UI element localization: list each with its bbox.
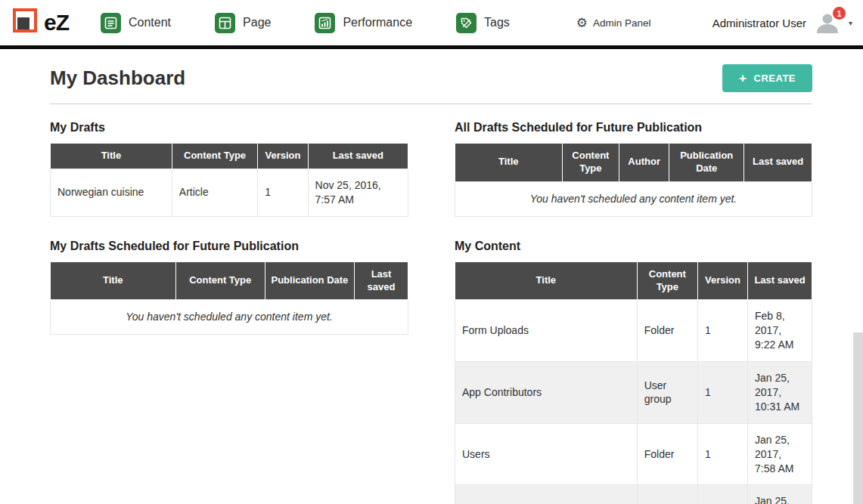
my-drafts-scheduled-table: Title Content Type Publication Date Last… (50, 261, 408, 335)
table-row[interactable]: App Folder 1 Jan 25, 2017, 7:55 AM (455, 485, 812, 504)
column-header: Version (697, 261, 747, 300)
table-header-row: Title Content Type Publication Date Last… (51, 261, 408, 300)
ez-logo[interactable]: eZ (11, 7, 69, 39)
table-row[interactable]: Users Folder 1 Jan 25, 2017, 7:58 AM (455, 423, 812, 485)
table-header-row: Title Content Type Version Last saved (455, 261, 812, 300)
all-drafts-scheduled-section: All Drafts Scheduled for Future Publicat… (455, 121, 812, 217)
empty-row: You haven't scheduled any content item y… (51, 300, 408, 335)
cell-title[interactable]: Form Uploads (455, 300, 638, 362)
column-header: Content Type (562, 144, 619, 182)
nav-label-content: Content (129, 16, 171, 29)
column-header: Content Type (637, 261, 697, 300)
user-name: Administrator User (712, 17, 806, 29)
left-column: My Drafts Title Content Type Version Las… (50, 121, 408, 504)
table-row[interactable]: App Contributors User group 1 Jan 25, 20… (455, 362, 812, 424)
column-header: Title (455, 144, 563, 182)
my-drafts-scheduled-title: My Drafts Scheduled for Future Publicati… (50, 240, 408, 253)
column-header: Version (258, 144, 308, 169)
notification-badge[interactable]: 1 (833, 7, 846, 20)
table-row[interactable]: Norwegian cuisine Article 1 Nov 25, 2016… (51, 169, 408, 216)
ez-logo-text: eZ (44, 10, 69, 36)
cell-version: 1 (697, 362, 747, 424)
cell-title[interactable]: App (455, 485, 638, 504)
column-header: Title (51, 261, 176, 300)
user-menu[interactable]: Administrator User 1 ▾ (712, 12, 852, 33)
cell-title[interactable]: Users (455, 423, 638, 485)
my-content-table: Title Content Type Version Last saved Fo… (455, 261, 812, 504)
empty-row: You haven't scheduled any content item y… (455, 181, 812, 216)
cell-version: 1 (697, 485, 747, 504)
column-header: Author (619, 144, 669, 182)
cell-content-type: Folder (637, 423, 697, 485)
nav-label-tags: Tags (484, 16, 510, 29)
nav-item-performance[interactable]: Performance (315, 13, 412, 33)
top-bar: eZ Content Page (0, 0, 863, 45)
nav-item-tags[interactable]: Tags (456, 13, 510, 33)
cell-content-type: User group (637, 362, 697, 424)
content-icon (101, 13, 121, 33)
cell-last-saved: Jan 25, 2017, 10:31 AM (748, 362, 812, 424)
my-drafts-table: Title Content Type Version Last saved No… (50, 143, 408, 217)
column-header: Last saved (748, 261, 812, 300)
column-header: Publication Date (265, 261, 354, 300)
column-header: Content Type (172, 144, 258, 169)
page-header: My Dashboard + CREATE (50, 64, 812, 92)
header-divider-bar (0, 45, 863, 49)
empty-message: You haven't scheduled any content item y… (51, 300, 408, 335)
tags-icon (456, 13, 477, 33)
column-header: Last saved (355, 261, 408, 300)
ez-logo-icon (11, 7, 39, 39)
main-nav: Content Page Per (101, 13, 510, 33)
cell-last-saved: Nov 25, 2016, 7:57 AM (308, 169, 408, 216)
cell-content-type: Folder (637, 300, 697, 362)
page-title: My Dashboard (50, 66, 185, 90)
my-drafts-title: My Drafts (50, 121, 408, 135)
column-header: Last saved (308, 144, 408, 169)
admin-panel-menu[interactable]: ⚙ Admin Panel (576, 17, 651, 29)
column-header: Content Type (175, 261, 265, 300)
my-drafts-section: My Drafts Title Content Type Version Las… (50, 121, 408, 217)
cell-content-type: Article (172, 169, 258, 216)
cell-title[interactable]: Norwegian cuisine (51, 169, 172, 216)
cell-last-saved: Jan 25, 2017, 7:58 AM (748, 423, 812, 485)
cell-content-type: Folder (637, 485, 697, 504)
cell-version: 1 (697, 423, 747, 485)
my-content-section: My Content Title Content Type Version La… (455, 240, 812, 504)
cell-version: 1 (258, 169, 308, 216)
create-button[interactable]: + CREATE (722, 64, 812, 92)
nav-item-page[interactable]: Page (215, 13, 271, 33)
page-icon (215, 13, 235, 33)
nav-label-page: Page (243, 16, 271, 29)
gear-icon: ⚙ (576, 17, 588, 29)
dashboard-page: My Dashboard + CREATE My Drafts Title Co… (0, 64, 863, 504)
table-row[interactable]: Form Uploads Folder 1 Feb 8, 2017, 9:22 … (455, 300, 812, 362)
column-header: Last saved (744, 144, 812, 182)
cell-title[interactable]: App Contributors (455, 362, 638, 424)
all-drafts-scheduled-title: All Drafts Scheduled for Future Publicat… (455, 121, 812, 135)
admin-panel-label: Admin Panel (593, 17, 651, 29)
scrollbar[interactable] (853, 332, 863, 504)
column-header: Publication Date (669, 144, 744, 182)
column-header: Title (455, 261, 638, 300)
cell-version: 1 (697, 300, 747, 362)
cell-last-saved: Feb 8, 2017, 9:22 AM (748, 300, 812, 362)
table-header-row: Title Content Type Author Publication Da… (455, 144, 812, 182)
empty-message: You haven't scheduled any content item y… (455, 181, 812, 216)
table-header-row: Title Content Type Version Last saved (51, 144, 408, 169)
plus-icon: + (739, 72, 747, 85)
my-drafts-scheduled-section: My Drafts Scheduled for Future Publicati… (50, 240, 408, 335)
nav-label-performance: Performance (343, 16, 412, 29)
nav-item-content[interactable]: Content (101, 13, 171, 33)
performance-icon (315, 13, 335, 33)
cell-last-saved: Jan 25, 2017, 7:55 AM (748, 485, 812, 504)
right-column: All Drafts Scheduled for Future Publicat… (455, 121, 812, 504)
all-drafts-scheduled-table: Title Content Type Author Publication Da… (455, 143, 812, 217)
page-divider (50, 104, 812, 104)
my-content-title: My Content (455, 240, 812, 253)
column-header: Title (51, 144, 172, 169)
chevron-down-icon: ▾ (849, 19, 852, 27)
create-button-label: CREATE (754, 73, 796, 84)
avatar[interactable]: 1 (814, 12, 841, 33)
